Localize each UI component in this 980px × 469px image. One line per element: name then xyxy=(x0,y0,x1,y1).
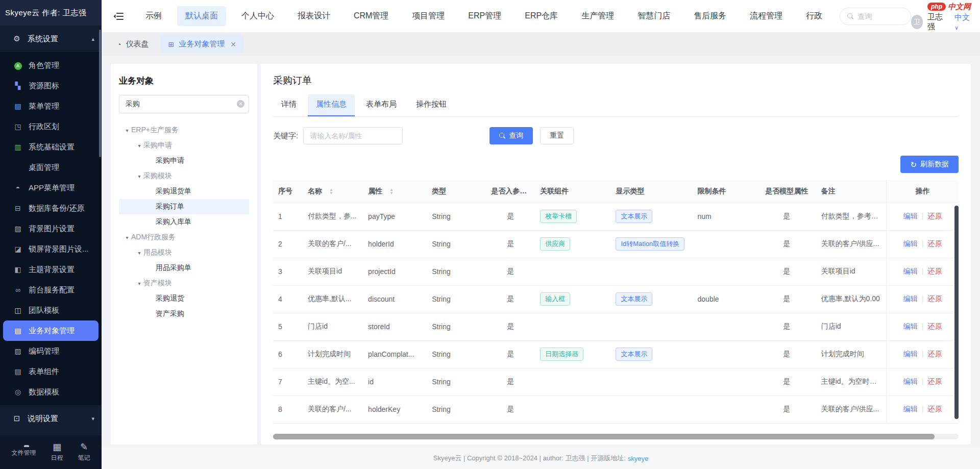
sidebar-collapse-icon[interactable] xyxy=(113,10,124,23)
sidebar-group-0[interactable]: ⚙系统设置▴ xyxy=(0,26,102,52)
nav-item[interactable]: 流程管理 xyxy=(742,6,791,26)
horizontal-scrollbar[interactable] xyxy=(273,434,935,439)
restore-link[interactable]: 还原 xyxy=(927,377,942,385)
user-name[interactable]: 卫志强 xyxy=(927,12,946,32)
edit-link[interactable]: 编辑 xyxy=(903,239,918,248)
nav-item[interactable]: 默认桌面 xyxy=(177,6,226,26)
nav-item[interactable]: 售后服务 xyxy=(685,6,734,26)
col-header[interactable]: 是否入参▲▼ xyxy=(486,180,535,203)
tree-node[interactable]: 采购退货单 xyxy=(119,184,249,199)
close-icon[interactable]: ✕ xyxy=(230,40,236,48)
tree-search-input[interactable] xyxy=(119,95,249,113)
dock-item-文件管理[interactable]: 文件管理 xyxy=(12,447,36,457)
nav-item[interactable]: 报表设计 xyxy=(289,6,338,26)
caret-down-icon[interactable]: ▾ xyxy=(135,250,143,256)
caret-down-icon[interactable]: ▾ xyxy=(135,174,143,179)
tree-node[interactable]: ▾ERP+生产服务 xyxy=(119,122,249,138)
edit-link[interactable]: 编辑 xyxy=(903,294,918,303)
nav-item[interactable]: 示例 xyxy=(137,6,170,26)
restore-link[interactable]: 还原 xyxy=(927,294,942,303)
opensource-link[interactable]: skyeye xyxy=(628,455,648,462)
edit-link[interactable]: 编辑 xyxy=(903,267,918,275)
tree-node[interactable]: ▾用品模块 xyxy=(119,245,249,260)
keyword-input[interactable] xyxy=(303,127,403,144)
sort-icon[interactable]: ▲▼ xyxy=(389,188,394,195)
avatar[interactable]: 卫 xyxy=(911,15,923,29)
sidebar-group-1[interactable]: ⊡说明设置▾ xyxy=(0,405,102,432)
sidebar-item[interactable]: ▤菜单管理 xyxy=(0,96,102,116)
tree-node[interactable]: 资产采购 xyxy=(119,306,249,322)
clear-icon[interactable]: ✕ xyxy=(237,100,244,108)
sort-icon[interactable]: ▲▼ xyxy=(329,188,333,195)
tab-表单布局[interactable]: 表单布局 xyxy=(358,94,405,116)
sidebar-item[interactable]: ◳行政区划 xyxy=(0,116,102,137)
tree-node[interactable]: ▾采购模块 xyxy=(119,168,249,184)
refresh-data-button[interactable]: ↻ 刷新数据 xyxy=(900,156,959,173)
sidebar-scrollbar[interactable] xyxy=(99,30,101,157)
edit-link[interactable]: 编辑 xyxy=(903,377,918,385)
restore-link[interactable]: 还原 xyxy=(927,239,942,248)
nav-item[interactable]: ERP管理 xyxy=(460,6,509,26)
reset-button[interactable]: 重置 xyxy=(540,127,574,144)
sidebar-item[interactable]: ◓APP菜单管理 xyxy=(0,178,102,198)
sort-icon[interactable]: ▲▼ xyxy=(527,188,531,195)
tree-node[interactable]: ▾采购申请 xyxy=(119,138,249,153)
sidebar-item[interactable]: ◫团队模板 xyxy=(0,300,102,320)
restore-link[interactable]: 还原 xyxy=(927,212,942,220)
global-search-input[interactable] xyxy=(857,12,903,20)
dock-item-日程[interactable]: ▦日程 xyxy=(51,442,63,462)
nav-item[interactable]: 生产管理 xyxy=(573,6,622,26)
sidebar-item[interactable]: ◧主题背景设置 xyxy=(0,259,102,280)
sidebar-item[interactable]: ∞前台服务配置 xyxy=(0,280,102,300)
tree-node[interactable]: 采购申请 xyxy=(119,153,249,168)
language-dropdown[interactable]: 中文 ∨ xyxy=(954,13,972,31)
edit-link[interactable]: 编辑 xyxy=(903,212,918,220)
open-tab[interactable]: ⊞业务对象管理✕ xyxy=(161,35,243,53)
tree-node[interactable]: 采购订单 xyxy=(119,199,249,214)
sidebar-item[interactable]: ▤表单组件 xyxy=(0,361,102,382)
nav-item[interactable]: CRM管理 xyxy=(346,6,397,26)
sidebar-item[interactable]: ▚资源图标 xyxy=(0,76,102,96)
nav-item[interactable]: ERP仓库 xyxy=(517,6,566,26)
sidebar-item[interactable]: 桌面管理 xyxy=(0,157,102,178)
tree-node[interactable]: ▾ADM行政服务 xyxy=(119,230,249,245)
query-button[interactable]: 查询 xyxy=(489,127,533,144)
nav-item[interactable]: 项目管理 xyxy=(404,6,453,26)
tab-详情[interactable]: 详情 xyxy=(273,94,305,116)
global-search[interactable] xyxy=(840,8,911,25)
open-tab[interactable]: ◔仪表盘 xyxy=(110,35,156,53)
sidebar-item[interactable]: ⊟数据库备份/还原 xyxy=(0,198,102,218)
restore-link[interactable]: 还原 xyxy=(927,405,942,413)
restore-link[interactable]: 还原 xyxy=(927,267,942,275)
sidebar-item[interactable]: ▥系统基础设置 xyxy=(0,137,102,157)
caret-down-icon[interactable]: ▾ xyxy=(135,281,143,286)
caret-down-icon[interactable]: ▾ xyxy=(123,128,131,133)
sidebar-item[interactable]: A角色管理 xyxy=(0,55,102,76)
tree-node[interactable]: 采购入库单 xyxy=(119,214,249,230)
col-header[interactable]: 名称▲▼ xyxy=(303,180,363,203)
nav-item[interactable]: 智慧门店 xyxy=(629,6,678,26)
sidebar-item[interactable]: ▤业务对象管理 xyxy=(3,320,99,341)
filter-bar: 关键字: 查询 重置 xyxy=(273,127,959,144)
tab-属性信息[interactable]: 属性信息 xyxy=(308,94,355,116)
caret-down-icon[interactable]: ▾ xyxy=(123,235,131,240)
col-header[interactable]: 属性▲▼ xyxy=(363,180,427,203)
caret-down-icon[interactable]: ▾ xyxy=(135,143,143,149)
edit-link[interactable]: 编辑 xyxy=(903,322,918,330)
dock-item-笔记[interactable]: ✎笔记 xyxy=(78,442,90,462)
tree-node[interactable]: 采购退货 xyxy=(119,291,249,306)
restore-link[interactable]: 还原 xyxy=(927,322,942,330)
sidebar-item[interactable]: ◪锁屏背景图片设... xyxy=(0,239,102,259)
sidebar-item[interactable]: ◎数据模板 xyxy=(0,382,102,402)
nav-item[interactable]: 个人中心 xyxy=(233,6,282,26)
sidebar-item[interactable]: ▧背景图片设置 xyxy=(0,218,102,239)
edit-link[interactable]: 编辑 xyxy=(903,405,918,413)
sidebar-item[interactable]: ▨编码管理 xyxy=(0,341,102,361)
tab-操作按钮[interactable]: 操作按钮 xyxy=(408,94,455,116)
tree-node[interactable]: ▾资产模块 xyxy=(119,276,249,291)
restore-link[interactable]: 还原 xyxy=(927,350,942,358)
nav-item[interactable]: 行政 xyxy=(798,6,830,26)
tree-node[interactable]: 用品采购单 xyxy=(119,260,249,276)
edit-link[interactable]: 编辑 xyxy=(903,350,918,358)
vertical-scrollbar[interactable] xyxy=(954,206,959,419)
